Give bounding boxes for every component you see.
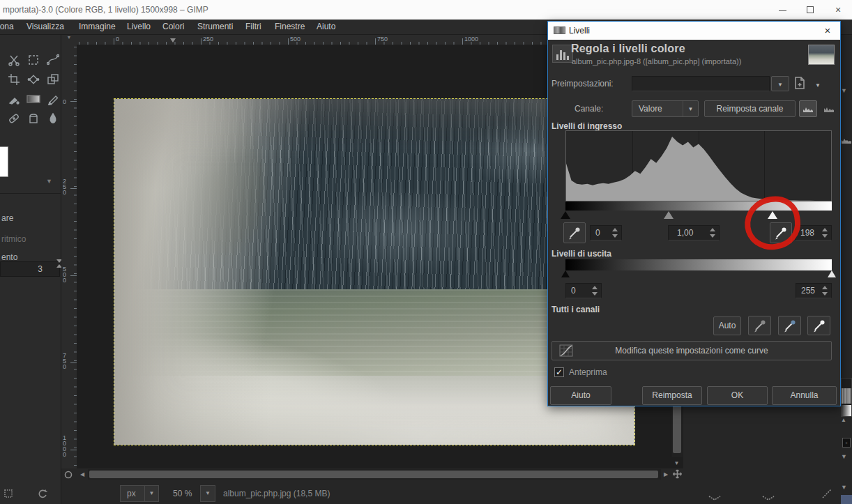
image-thumbnail [808, 45, 835, 65]
output-slider-high[interactable] [828, 270, 836, 277]
channel-combo[interactable]: Valore ▼ [632, 100, 699, 117]
dialog-body: Regola i livelli colore album_pic.php.jp… [548, 40, 840, 406]
radius-spinner[interactable]: 3 [0, 261, 60, 277]
presets-entry[interactable] [632, 76, 770, 91]
preset-menu-icon[interactable]: ▼ [815, 79, 821, 89]
blur-tool-icon[interactable] [45, 110, 61, 127]
heal-tool-icon[interactable] [6, 110, 22, 127]
dock-slider-icon[interactable]: ▲ [841, 417, 846, 423]
reset-channel-button[interactable]: Reimposta canale [704, 100, 796, 117]
vruler-label-750: 750 [63, 353, 68, 369]
bucket-fill-tool-icon[interactable] [25, 110, 42, 127]
dropdown-icon: ▼ [777, 82, 783, 88]
menu-item-finestre[interactable]: Finestre [275, 22, 305, 31]
input-high-spinbox[interactable]: 198 [795, 225, 832, 240]
tool-option-logaritmico-label[interactable]: ritmico [1, 234, 26, 244]
dock-chevron2-icon[interactable]: ▼ [841, 453, 847, 460]
horizontal-scrollbar-thumb[interactable] [89, 471, 658, 478]
tool-option-lineare-label[interactable]: are [1, 213, 13, 223]
channel-dropdown-icon: ▼ [683, 101, 698, 116]
dock-histogram-icon[interactable] [841, 135, 852, 147]
window-maximize-button[interactable] [796, 0, 824, 20]
dialog-titlebar[interactable]: Livelli × [548, 22, 840, 40]
output-low-spinbox[interactable]: 0 [565, 283, 602, 298]
help-button[interactable]: Aiuto [550, 386, 611, 405]
menu-item-selezione[interactable]: iona [0, 22, 14, 31]
pick-white-button[interactable] [807, 316, 830, 335]
unit-combo[interactable]: px ▼ [120, 485, 159, 502]
input-slider-gamma[interactable] [664, 211, 674, 219]
scroll-left-icon[interactable]: ◀ [77, 469, 87, 480]
vertical-ruler: 0 250 500 750 1000 [61, 45, 77, 468]
dock-chevron3-icon[interactable]: ▼ [841, 484, 847, 491]
menu-item-immagine[interactable]: Immagine [79, 22, 116, 31]
black-point-picker-button[interactable] [563, 222, 586, 243]
dock-collapse2-icon[interactable] [761, 491, 777, 504]
zoom-dropdown[interactable]: ▼ [200, 485, 215, 502]
dock-selected-item[interactable] [841, 495, 852, 504]
menu-item-strumenti[interactable]: Strumenti [197, 22, 233, 31]
gradient-tool-icon[interactable] [25, 91, 42, 107]
background-color-swatch[interactable] [0, 146, 8, 177]
mini-histogram-bars [842, 388, 851, 404]
presets-dropdown-button[interactable]: ▼ [771, 76, 789, 91]
pan-navigation-icon[interactable] [671, 468, 683, 480]
dock-brush-icon[interactable] [821, 488, 832, 502]
dialog-close-button[interactable]: × [821, 24, 835, 38]
pencil-tool-icon[interactable] [45, 91, 61, 107]
histogram-plot [566, 131, 831, 201]
output-high-spinbox[interactable]: 255 [796, 283, 832, 298]
dock-collapse1-icon[interactable] [708, 491, 723, 504]
edit-as-curves-button[interactable]: Modifica queste impostazioni come curve [551, 341, 832, 360]
scroll-right-icon[interactable]: ▶ [661, 469, 671, 480]
perspective-tool-icon[interactable] [45, 71, 61, 88]
crop-tool-icon[interactable] [6, 71, 22, 88]
window-minimize-button[interactable] [768, 0, 796, 20]
dock-chevron-icon[interactable]: ▼ [841, 87, 847, 94]
menu-item-aiuto[interactable]: Aiuto [317, 22, 335, 31]
file-info: album_pic.php.jpg (18,5 MB) [223, 489, 330, 498]
save-preset-icon[interactable] [794, 77, 805, 91]
chevron-down-icon[interactable]: ▼ [46, 178, 52, 185]
preview-checkbox[interactable]: ✓ [554, 367, 564, 377]
horizontal-scrollbar[interactable] [88, 469, 661, 480]
output-low-value: 0 [571, 286, 576, 296]
input-slider-low[interactable] [561, 211, 570, 219]
output-slider-low[interactable] [561, 270, 570, 277]
menu-item-filtri[interactable]: Filtri [245, 22, 261, 31]
menu-item-livello[interactable]: Livello [127, 22, 151, 31]
input-high-value: 198 [800, 228, 814, 238]
tool-options-save-icon[interactable] [4, 489, 13, 501]
pointer-position-marker [170, 38, 176, 43]
reset-button[interactable]: Reimposta [642, 386, 702, 405]
hruler-label-750: 750 [377, 36, 388, 43]
output-gradient-strip [565, 259, 832, 270]
output-sliders [565, 270, 832, 279]
pick-black-button[interactable] [748, 316, 771, 335]
zoom-level: 50 % [173, 489, 192, 498]
cancel-button[interactable]: Annulla [772, 386, 837, 405]
intelligent-scissors-tool-icon[interactable] [45, 52, 61, 68]
pick-gray-button[interactable] [778, 316, 801, 335]
tool-options-reset-icon[interactable] [38, 489, 47, 501]
window-close-button[interactable]: × [824, 0, 852, 20]
quickmask-toggle-icon[interactable] [63, 470, 74, 480]
transform-tool-icon[interactable] [25, 71, 42, 88]
ok-button[interactable]: OK [707, 386, 768, 405]
scroll-down-icon[interactable]: ▼ [671, 458, 683, 468]
free-select-tool-icon[interactable] [25, 52, 42, 68]
auto-button[interactable]: Auto [713, 316, 741, 335]
unit-dropdown-icon[interactable]: ▼ [144, 486, 158, 501]
scissors-tool-icon[interactable] [6, 52, 22, 68]
input-low-spinbox[interactable]: 0 [590, 225, 622, 240]
histogram-log-button[interactable] [820, 100, 838, 117]
hruler-label-1000: 1000 [464, 36, 478, 43]
menu-item-visualizza[interactable]: Visualizza [26, 22, 64, 31]
tool-option-campionamento-label: ento [1, 252, 17, 262]
dock-mini-swatch[interactable]: - [842, 438, 851, 448]
histogram-linear-button[interactable] [799, 100, 817, 117]
input-gamma-spinbox[interactable]: 1,00 [668, 225, 720, 240]
ink-tool-icon[interactable] [6, 91, 22, 107]
ruler-corner: ▼ [61, 35, 77, 45]
menu-item-colori[interactable]: Colori [162, 22, 184, 31]
